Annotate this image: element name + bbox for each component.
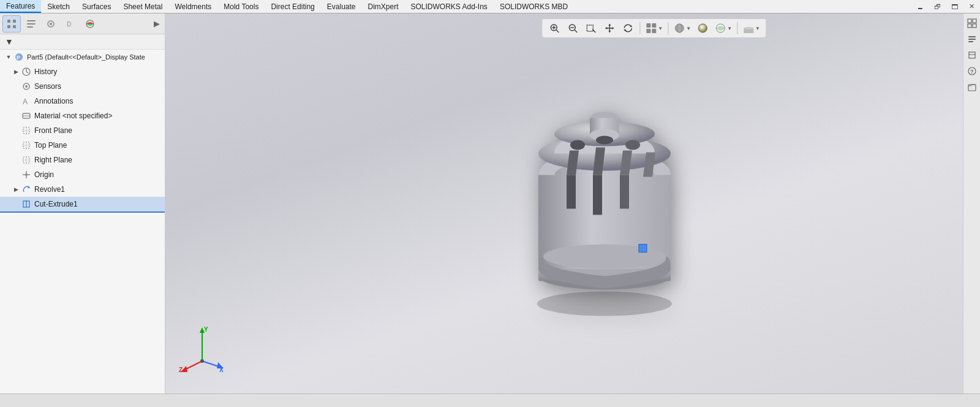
- menu-dimxpert[interactable]: DimXpert: [361, 0, 404, 13]
- right-btn-5[interactable]: [965, 80, 979, 94]
- tree-expand-root[interactable]: ▼: [5, 53, 12, 61]
- restore-button[interactable]: 🗗: [929, 0, 946, 13]
- tree-item-material[interactable]: ▶ Material <not specified>: [0, 108, 165, 123]
- pan-button[interactable]: [601, 20, 618, 36]
- toolbar-separator-1: [639, 22, 640, 34]
- window-controls: 🗕 🗗 🗖 ✕: [911, 0, 980, 13]
- material-icon: [21, 110, 32, 121]
- svg-rect-6: [27, 26, 33, 28]
- svg-text:?: ?: [970, 69, 974, 75]
- right-btn-2[interactable]: [965, 32, 979, 47]
- tree-item-front-plane[interactable]: ▶ Front Plane: [0, 123, 165, 138]
- display-style-dropdown[interactable]: ▼: [671, 21, 693, 36]
- close-button[interactable]: ✕: [963, 0, 980, 13]
- tree-expand-history[interactable]: ▶: [12, 68, 20, 75]
- revolve1-icon: [21, 184, 32, 195]
- property-manager-icon: [26, 18, 37, 29]
- tree-label-sensors: Sensors: [34, 82, 162, 91]
- main-content: D ▶ ▼ ▼: [0, 13, 980, 394]
- tab-property-manager[interactable]: [22, 15, 40, 32]
- feature-manager-icon: [6, 18, 17, 29]
- slot-3-lower: [620, 175, 629, 209]
- menu-solidworks-mbd[interactable]: SOLIDWORKS MBD: [494, 0, 574, 13]
- groove-top: [543, 245, 666, 269]
- svg-point-56: [744, 27, 753, 29]
- menu-direct-editing[interactable]: Direct Editing: [265, 0, 320, 13]
- appearance-dropdown[interactable]: ▼: [712, 21, 734, 36]
- top-plane-icon: [21, 140, 32, 151]
- tree-item-history[interactable]: ▶ History: [0, 64, 165, 79]
- maximize-button[interactable]: 🗖: [946, 0, 963, 13]
- right-sidebar: ?: [963, 13, 980, 394]
- menu-evaluate[interactable]: Evaluate: [321, 0, 362, 13]
- svg-rect-1: [13, 20, 16, 23]
- tree-item-cut-extrude1[interactable]: ▶ Cut-Extrude1: [0, 197, 165, 213]
- zoom-to-fit-button[interactable]: [546, 20, 563, 36]
- svg-rect-70: [973, 24, 976, 28]
- svg-rect-5: [27, 23, 36, 25]
- menu-solidworks-addins[interactable]: SOLIDWORKS Add-Ins: [405, 0, 494, 13]
- rotate-button[interactable]: [619, 20, 636, 36]
- menu-weldments[interactable]: Weldments: [168, 0, 217, 13]
- svg-rect-74: [969, 52, 975, 58]
- menu-sheet-metal[interactable]: Sheet Metal: [117, 0, 168, 13]
- zoom-box-button[interactable]: [582, 20, 600, 36]
- part-icon: P: [13, 51, 24, 63]
- tab-dme-manager[interactable]: D: [61, 15, 80, 32]
- cursor-marker: [639, 245, 647, 253]
- menu-features[interactable]: Features: [0, 0, 41, 13]
- panel-expand-button[interactable]: ▶: [151, 17, 162, 31]
- svg-text:P: P: [17, 55, 20, 61]
- right-btn-3[interactable]: [965, 48, 979, 63]
- svg-point-66: [200, 359, 204, 363]
- tree-item-right-plane[interactable]: ▶ Right Plane: [0, 153, 165, 167]
- filter-icon[interactable]: ▼: [5, 37, 13, 47]
- tab-feature-manager[interactable]: [2, 15, 21, 32]
- svg-point-8: [50, 23, 52, 25]
- zoom-button[interactable]: [564, 20, 581, 36]
- annotations-icon: A: [21, 96, 32, 107]
- menu-mold-tools[interactable]: Mold Tools: [217, 0, 265, 13]
- view-dropdown[interactable]: ▼: [643, 21, 665, 36]
- slot-2-lower: [593, 175, 602, 215]
- tab-configuration-manager[interactable]: [42, 15, 60, 32]
- svg-rect-71: [968, 36, 976, 37]
- panel-resize-handle[interactable]: [162, 13, 165, 394]
- svg-text:X: X: [219, 367, 224, 373]
- tree-label-top-plane: Top Plane: [34, 141, 162, 150]
- tab-appearance-manager[interactable]: [81, 15, 99, 32]
- model-container: [505, 86, 701, 321]
- tree-item-revolve1[interactable]: ▶ Revolve1: [0, 182, 165, 197]
- right-plane-icon: [21, 154, 32, 165]
- tree-expand-revolve1[interactable]: ▶: [12, 186, 20, 193]
- menu-sketch[interactable]: Sketch: [41, 0, 76, 13]
- scene-dropdown[interactable]: ▼: [741, 21, 762, 36]
- svg-text:D: D: [67, 21, 71, 28]
- tree-root-item[interactable]: ▼ P Part5 (Default<<Default>_Display Sta…: [0, 50, 165, 64]
- svg-rect-47: [652, 23, 656, 28]
- viewport[interactable]: ▼ ▼ ▼ ▼: [165, 13, 963, 394]
- sensors-icon: [21, 81, 32, 92]
- tree-item-top-plane[interactable]: ▶ Top Plane: [0, 138, 165, 153]
- minimize-button[interactable]: 🗕: [911, 0, 929, 13]
- svg-point-50: [675, 24, 684, 32]
- tree-item-annotations[interactable]: ▶ A Annotations: [0, 94, 165, 108]
- config-manager-icon: [45, 18, 56, 29]
- svg-rect-2: [7, 25, 10, 28]
- appearance-chevron: ▼: [727, 26, 732, 31]
- feature-tree: ▼ P Part5 (Default<<Default>_Display Sta…: [0, 50, 165, 394]
- cut-extrude1-icon: [21, 199, 32, 210]
- tree-item-sensors[interactable]: ▶ Sensors: [0, 79, 165, 94]
- menu-surfaces[interactable]: Surfaces: [76, 0, 117, 13]
- svg-point-53: [698, 24, 707, 32]
- tree-item-origin[interactable]: ▶ Origin: [0, 167, 165, 182]
- svg-rect-72: [968, 39, 976, 40]
- svg-text:A: A: [23, 97, 28, 106]
- status-bar: [0, 394, 980, 407]
- right-btn-4[interactable]: ?: [965, 64, 979, 78]
- filter-bar: ▼: [0, 34, 165, 50]
- svg-rect-42: [587, 25, 593, 31]
- realview-button[interactable]: [694, 20, 711, 36]
- right-btn-1[interactable]: [965, 16, 979, 31]
- tree-label-annotations: Annotations: [34, 97, 162, 105]
